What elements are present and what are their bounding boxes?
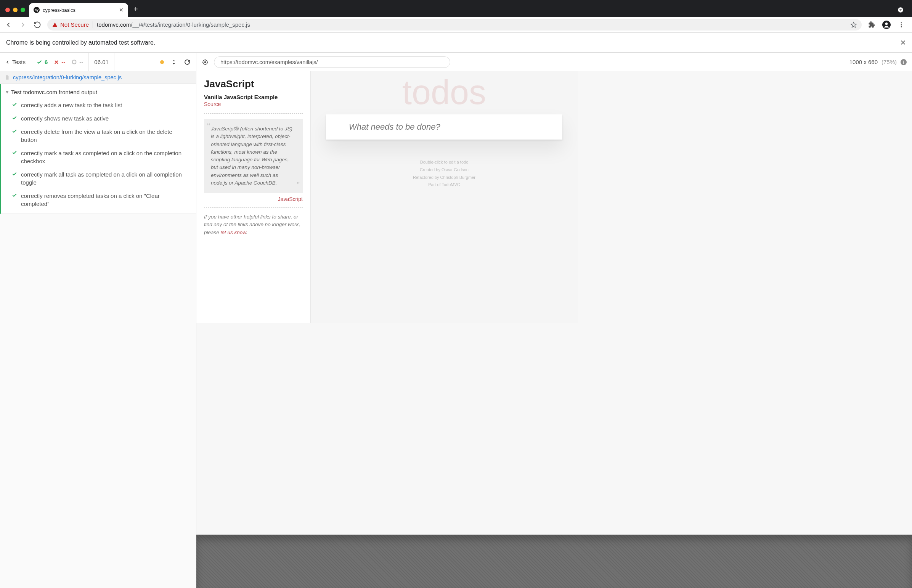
profile-icon[interactable]: [882, 21, 891, 29]
aside-subtitle: Vanilla JavaScript Example: [204, 94, 303, 100]
forward-button[interactable]: [18, 20, 27, 29]
elapsed-time: 06.01: [89, 53, 115, 71]
svg-point-6: [73, 60, 76, 64]
source-link[interactable]: Source: [204, 101, 303, 107]
check-icon: [37, 59, 42, 65]
aut-panel: https://todomvc.com/examples/vanillajs/ …: [196, 53, 912, 588]
reporter-controls: [155, 53, 196, 71]
svg-point-2: [885, 23, 888, 25]
test-item[interactable]: correctly delete from the view a task on…: [1, 125, 196, 147]
reporter-header: Tests 6 -- -- 06.01: [0, 53, 196, 71]
divider: [204, 113, 303, 114]
check-icon: [12, 129, 17, 144]
test-item[interactable]: correctly adds a new task to the task li…: [1, 99, 196, 112]
tab-close-icon[interactable]: ✕: [119, 7, 124, 13]
test-item[interactable]: correctly mark a task as completed on a …: [1, 147, 196, 168]
footer-created: Created by Oscar Godson: [311, 166, 578, 174]
tests-list: correctly adds a new task to the task li…: [1, 98, 196, 210]
check-icon: [12, 115, 17, 123]
test-name: correctly shows new task as active: [21, 115, 189, 123]
test-item[interactable]: correctly shows new task as active: [1, 112, 196, 125]
spec-path-link[interactable]: cypress/integration/0-lurking/sample_spe…: [13, 74, 122, 81]
app-title: todos: [311, 71, 578, 112]
test-name: correctly mark all task as completed on …: [21, 170, 189, 186]
browser-tab-strip: cy cypress-basics ✕ +: [0, 0, 912, 17]
check-icon: [12, 102, 17, 109]
security-status[interactable]: Not Secure: [52, 21, 89, 28]
reporter-panel: Tests 6 -- -- 06.01: [0, 53, 196, 588]
new-todo-input[interactable]: [326, 115, 562, 140]
test-name: correctly delete from the view a task on…: [21, 128, 189, 144]
info-icon[interactable]: i: [901, 59, 907, 65]
extensions-icon[interactable]: [867, 20, 876, 29]
check-icon: [12, 150, 17, 165]
infobar-message: Chrome is being controlled by automated …: [6, 39, 155, 46]
selector-playground-button[interactable]: [202, 59, 208, 66]
aut-url[interactable]: https://todomvc.com/examples/vanillajs/: [214, 57, 450, 68]
aut-viewport: JavaScript Vanilla JavaScript Example So…: [196, 71, 912, 588]
separator: [93, 21, 93, 28]
tabs-overflow-icon[interactable]: [892, 7, 909, 17]
refactorer-link[interactable]: Christoph Burgmer: [441, 175, 475, 179]
toolbar-right: [867, 20, 908, 29]
scroll-toggle-button[interactable]: [171, 59, 177, 65]
aut-content: JavaScript Vanilla JavaScript Example So…: [196, 71, 578, 323]
aut-meta: 1000 x 660 (75%) i: [849, 59, 907, 65]
author-link[interactable]: Oscar Godson: [442, 167, 468, 172]
test-name: correctly mark a task as completed on a …: [21, 149, 189, 165]
aut-below-fold-strip: [196, 535, 912, 588]
tests-back-button[interactable]: Tests: [0, 53, 31, 71]
x-icon: [54, 60, 59, 65]
close-window-icon[interactable]: [5, 8, 10, 12]
footer-partof: Part of TodoMVC: [311, 181, 578, 189]
failed-count: --: [54, 59, 65, 65]
divider: [204, 207, 303, 208]
let-us-know-link[interactable]: let us know: [221, 229, 246, 235]
new-tab-button[interactable]: +: [128, 5, 144, 17]
project-link[interactable]: TodoMVC: [442, 182, 460, 187]
bookmark-icon[interactable]: [850, 21, 857, 28]
quote-source-link[interactable]: JavaScript: [204, 196, 303, 202]
viewport-scale: (75%): [881, 59, 897, 65]
reload-button[interactable]: [33, 20, 42, 29]
infobar-close-icon[interactable]: ✕: [900, 39, 906, 47]
check-icon: [12, 192, 17, 208]
back-button[interactable]: [4, 20, 13, 29]
url-text: todomvc.com/__/#/tests/integration/0-lur…: [97, 21, 250, 28]
circle-icon: [71, 59, 77, 65]
suite-title: Test todomvc.com frontend output: [11, 89, 97, 95]
status-indicator-icon: [160, 60, 164, 64]
spec-path-row[interactable]: cypress/integration/0-lurking/sample_spe…: [0, 71, 196, 84]
check-icon: [12, 171, 17, 186]
file-icon: [5, 75, 10, 80]
test-item[interactable]: correctly removes completed tasks on a c…: [1, 189, 196, 210]
menu-icon[interactable]: [897, 20, 906, 29]
test-suite: ▾ Test todomvc.com frontend output corre…: [0, 84, 196, 214]
svg-point-8: [205, 61, 206, 63]
caret-down-icon: ▾: [6, 89, 9, 95]
address-bar[interactable]: Not Secure todomvc.com/__/#/tests/integr…: [47, 19, 862, 31]
test-name: correctly adds a new task to the task li…: [21, 101, 189, 109]
aside-footnote: If you have other helpful links to share…: [204, 213, 303, 236]
window-controls: [3, 8, 29, 17]
minimize-window-icon[interactable]: [13, 8, 18, 12]
pending-count: --: [71, 59, 83, 65]
todo-app: todos Double-click to edit a todo Create…: [311, 71, 578, 323]
todo-footer: Double-click to edit a todo Created by O…: [311, 158, 578, 189]
aut-header: https://todomvc.com/examples/vanillajs/ …: [196, 53, 912, 71]
svg-point-4: [901, 24, 902, 25]
browser-tab[interactable]: cy cypress-basics ✕: [29, 3, 128, 17]
rerun-button[interactable]: [184, 59, 190, 66]
test-item[interactable]: correctly mark all task as completed on …: [1, 168, 196, 189]
suite-title-row[interactable]: ▾ Test todomvc.com frontend output: [1, 86, 196, 98]
quote-box: JavaScript® (often shortened to JS) is a…: [204, 119, 303, 193]
aside-title: JavaScript: [204, 78, 303, 90]
svg-point-5: [901, 26, 902, 27]
footer-refactored: Refactored by Christoph Burgmer: [311, 174, 578, 181]
maximize-window-icon[interactable]: [21, 8, 25, 12]
stats-group: 6 -- --: [31, 53, 89, 71]
footer-hint: Double-click to edit a todo: [311, 158, 578, 166]
svg-point-3: [901, 22, 902, 23]
warning-icon: [52, 22, 58, 28]
cypress-runner: Tests 6 -- -- 06.01: [0, 53, 912, 588]
